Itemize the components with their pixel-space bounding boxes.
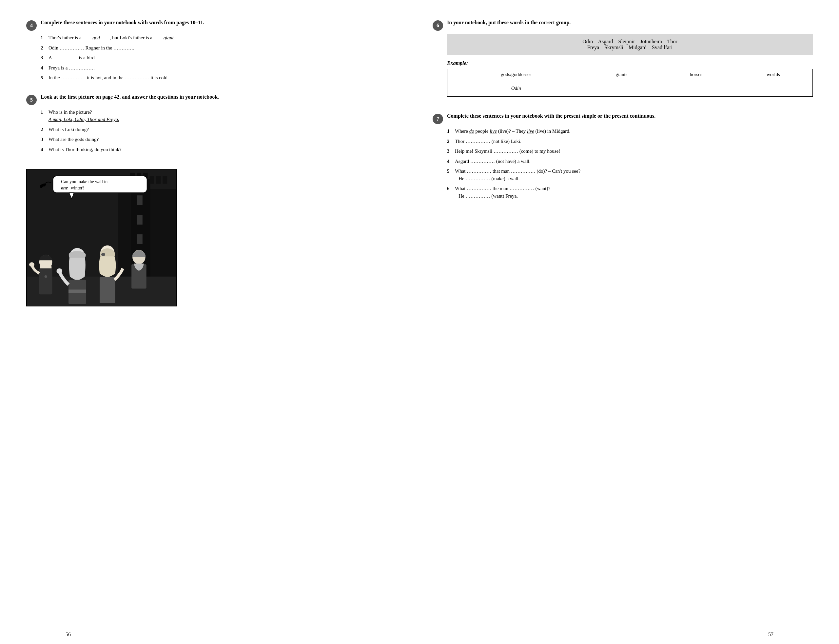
list-item: 5 What …………… that man …………… (do)? – Can'… (447, 168, 813, 182)
example-label: Example: (447, 60, 813, 66)
list-item: 2 Odin …………… Rogner in the …………. (41, 44, 406, 52)
table-header-horses: horses (658, 69, 734, 80)
svg-text:one: one (61, 186, 68, 191)
svg-text:winter?: winter? (71, 186, 85, 191)
list-item: 1 Thor's father is a ……god……, but Loki's… (41, 34, 406, 42)
svg-point-17 (44, 275, 47, 278)
list-item: 1 Where do people live (live)? – They li… (447, 128, 813, 135)
exercise-7-number: 7 (433, 114, 443, 124)
svg-rect-20 (69, 289, 86, 292)
list-item: 2 What is Loki doing? (41, 126, 406, 133)
exercise-4: 4 Complete these sentences in your noteb… (26, 20, 406, 84)
svg-rect-23 (100, 277, 115, 303)
svg-rect-10 (137, 196, 143, 205)
svg-rect-15 (39, 268, 53, 294)
list-item: 3 A …………… is a bird. (41, 54, 406, 62)
exercise-4-number: 4 (26, 20, 37, 31)
exercise-5: 5 Look at the first picture on page 42, … (26, 94, 406, 156)
table-header-worlds: worlds (734, 69, 813, 80)
svg-rect-8 (156, 176, 161, 184)
list-item: 4 What is Thor thinking, do you think? (41, 146, 406, 153)
svg-text:Can you make the wall in: Can you make the wall in (61, 179, 107, 184)
comic-panel: Can you make the wall in one winter? (26, 169, 177, 306)
exercise-6: 6 In your notebook, put these words in t… (433, 20, 813, 103)
table-cell-empty-3 (734, 80, 813, 97)
svg-point-24 (101, 253, 105, 256)
table-row: Odin (447, 80, 813, 97)
svg-rect-9 (163, 176, 167, 184)
exercise-5-title: Look at the first picture on page 42, an… (41, 94, 219, 100)
list-item: 3 What are the gods doing? (41, 136, 406, 143)
table-cell-empty-2 (658, 80, 734, 97)
table-cell-odin: Odin (447, 80, 585, 97)
page-footer: 56 57 (0, 628, 839, 644)
exercise-4-title: Complete these sentences in your noteboo… (41, 20, 204, 26)
svg-rect-7 (150, 176, 154, 184)
list-item: 2 Thor …………… (not like) Loki. (447, 138, 813, 145)
exercise-5-body: 1 Who is in the picture? A man, Loki, Od… (41, 108, 406, 156)
list-item: 4 Freya is a ……………. (41, 64, 406, 72)
list-item: 5 In the …………… it is hot, and in the ………… (41, 74, 406, 82)
list-item: 4 Asgard …………… (not have) a wall. (447, 158, 813, 165)
table-header-gods: gods/goddesses (447, 69, 585, 80)
exercise-6-body: Odin Asgard Sleipnir Jotunheim Thor Frey… (447, 34, 813, 103)
exercise-4-body: 1 Thor's father is a ……god……, but Loki's… (41, 34, 406, 84)
list-item: 3 Help me! Skrymsli …………… (come) to my h… (447, 148, 813, 155)
vocab-table: gods/goddesses giants horses worlds Odin (447, 69, 813, 97)
exercise-7-body: 1 Where do people live (live)? – They li… (447, 128, 813, 202)
table-header-giants: giants (585, 69, 658, 80)
list-item: 1 Who is in the picture? A man, Loki, Od… (41, 108, 406, 123)
right-page-number: 57 (768, 632, 773, 637)
svg-rect-11 (137, 215, 143, 225)
words-box: Odin Asgard Sleipnir Jotunheim Thor Frey… (447, 34, 813, 55)
table-cell-empty-1 (585, 80, 658, 97)
exercise-7-title: Complete these sentences in your noteboo… (447, 113, 655, 119)
left-page-number: 56 (66, 632, 71, 637)
exercise-5-number: 5 (26, 95, 37, 105)
exercise-6-number: 6 (433, 20, 443, 31)
exercise-6-title: In your notebook, put these words in the… (447, 20, 571, 26)
exercise-7: 7 Complete these sentences in your noteb… (433, 113, 813, 202)
list-item: 6 What …………… the man …………… (want)? – He … (447, 185, 813, 200)
svg-point-16 (29, 262, 34, 267)
svg-point-21 (56, 268, 62, 274)
svg-rect-12 (137, 234, 143, 244)
